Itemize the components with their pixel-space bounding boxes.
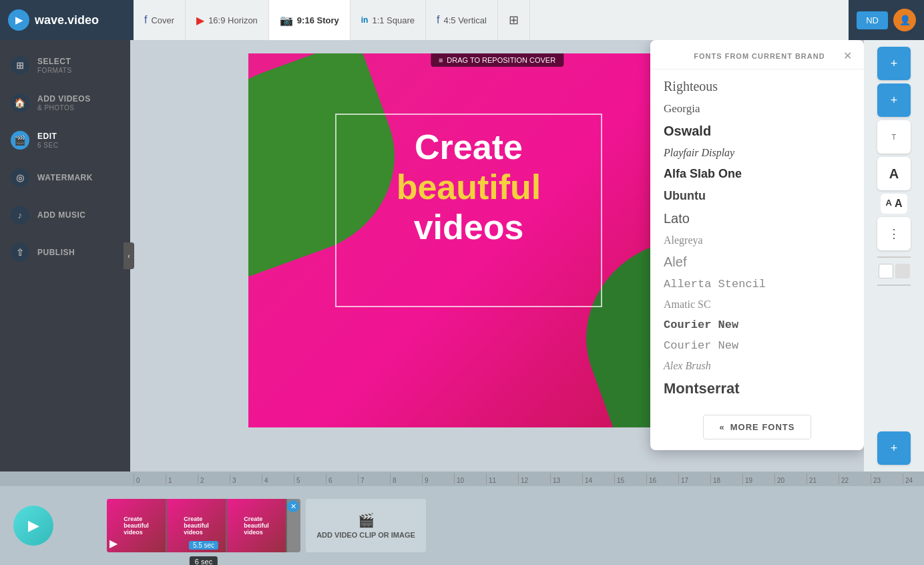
ruler-15: 15: [614, 474, 646, 484]
ruler-20: 20: [774, 474, 806, 484]
font-item-allerta[interactable]: Allerta Stencil: [650, 274, 864, 295]
edit-icon: 🎬: [11, 131, 29, 150]
sidebar-music-label: ADD MUSIC: [37, 210, 86, 220]
add-clip-icon: 🎬: [358, 512, 375, 528]
clip-timer-label: 6 sec: [190, 556, 218, 565]
font-item-playfair[interactable]: Playfair Display: [650, 143, 864, 163]
sidebar-formats-sub: FORMATS: [37, 67, 72, 74]
color-swatch-white[interactable]: [879, 264, 893, 278]
sidebar-item-edit[interactable]: 🎬 EDIT 6 sec: [0, 122, 130, 159]
ruler-17: 17: [678, 474, 710, 484]
ruler-6: 6: [326, 474, 358, 484]
topbar: ▶ wave.video f Cover ▶ 16:9 Horizon 📷 9:…: [0, 0, 924, 40]
font-item-alegreya[interactable]: Alegreya: [650, 230, 864, 250]
formats-icon: ⊞: [11, 56, 29, 75]
sidebar-edit-sub: 6 sec: [37, 142, 58, 149]
font-item-oswald[interactable]: Oswald: [650, 120, 864, 143]
tab-45[interactable]: f 4:5 Vertical: [426, 0, 498, 40]
brand-button[interactable]: ND: [857, 11, 888, 29]
ruler-22: 22: [839, 474, 871, 484]
tab-more[interactable]: ⊞: [498, 0, 530, 40]
drag-bar-menu-icon: ≡: [439, 56, 443, 64]
ruler-16: 16: [646, 474, 678, 484]
timeline-content: ▶ Createbeautifulvideos Createbeautifulv…: [0, 486, 924, 565]
ruler-1: 1: [166, 474, 198, 484]
main-area: ⊞ SELECT FORMATS 🏠 ADD VIDEOS & PHOTOS 🎬…: [0, 40, 924, 472]
sidebar-item-videos[interactable]: 🏠 ADD VIDEOS & PHOTOS: [0, 84, 130, 122]
clip-strip: Createbeautifulvideos Createbeautifulvid…: [107, 499, 300, 552]
facebook2-icon: f: [437, 14, 439, 26]
tab-45-label: 4:5 Vertical: [443, 15, 486, 25]
canvas-text: Create beautiful videos: [342, 127, 596, 247]
avatar[interactable]: 👤: [893, 9, 916, 31]
right-bar-buttons: ND 👤: [849, 0, 924, 40]
drag-to-reposition-bar[interactable]: ≡ DRAG TO REPOSITION COVER: [431, 53, 563, 67]
font-size-a-large: A: [895, 198, 903, 210]
font-item-courier-bold[interactable]: Courier New: [650, 315, 864, 335]
music-icon: ♪: [11, 206, 29, 224]
tab-916[interactable]: 📷 9:16 Story: [269, 0, 351, 40]
linkedin-icon: in: [361, 15, 369, 25]
color-swatch-light[interactable]: [895, 264, 910, 278]
right-panel: + + T A A A ⋮ +: [864, 40, 924, 472]
text-properties-button[interactable]: T: [877, 120, 911, 154]
sidebar-edit-label: EDIT: [37, 132, 58, 141]
logo-text: wave.video: [35, 13, 99, 27]
font-item-alfa[interactable]: Alfa Slab One: [650, 163, 864, 185]
sidebar-videos-sub: & PHOTOS: [37, 104, 91, 112]
font-selector-button[interactable]: A: [877, 157, 911, 190]
font-item-righteous[interactable]: Righteous: [650, 75, 864, 98]
canvas-area: ≡ DRAG TO REPOSITION COVER ⊕ A 🗑 Create …: [130, 40, 864, 472]
font-dropdown-header: FONTS FROM CURRENT BRAND ✕: [650, 40, 864, 69]
font-item-amatic[interactable]: Amatic SC: [650, 295, 864, 315]
sidebar-item-watermark[interactable]: ◎ WATERMARK: [0, 159, 130, 196]
ruler-4: 4: [262, 474, 294, 484]
font-dropdown-close-button[interactable]: ✕: [843, 49, 852, 62]
ruler-14: 14: [582, 474, 614, 484]
logo-icon[interactable]: ▶: [8, 9, 29, 31]
tab-11[interactable]: in 1:1 Square: [351, 0, 426, 40]
sidebar-item-formats[interactable]: ⊞ SELECT FORMATS: [0, 47, 130, 84]
font-size-buttons[interactable]: A A: [881, 194, 908, 214]
more-fonts-button[interactable]: « MORE FONTS: [703, 415, 812, 439]
sidebar-item-music[interactable]: ♪ ADD MUSIC: [0, 196, 130, 234]
sidebar-item-publish[interactable]: ⇧ PUBLISH: [0, 234, 130, 271]
more-options-button[interactable]: ⋮: [877, 217, 911, 250]
ruler-5: 5: [294, 474, 326, 484]
more-fonts-icon: «: [720, 422, 725, 432]
canvas-text-line3: videos: [342, 207, 596, 247]
canvas-text-line1: Create: [342, 127, 596, 167]
ruler-23: 23: [871, 474, 903, 484]
ruler-11: 11: [486, 474, 518, 484]
add-bottom-button[interactable]: +: [877, 431, 911, 465]
font-item-courier[interactable]: Courier New: [650, 335, 864, 356]
instagram-icon: 📷: [280, 14, 293, 27]
timeline: 0 1 2 3 4 5 6 7 8 9 10 11 12 13 14 15 16…: [0, 472, 924, 565]
add-text-block-button[interactable]: +: [877, 83, 911, 117]
sidebar-collapse-arrow[interactable]: ‹: [124, 242, 134, 269]
add-element-button[interactable]: +: [877, 47, 911, 80]
clip-duration-label: 5.5 sec: [189, 541, 218, 550]
tab-11-label: 1:1 Square: [372, 15, 415, 25]
add-clip-button[interactable]: 🎬 ADD VIDEO CLIP OR IMAGE: [306, 499, 426, 552]
font-dropdown: FONTS FROM CURRENT BRAND ✕ Righteous Geo…: [650, 40, 864, 450]
sidebar-videos-label: ADD VIDEOS: [37, 94, 91, 104]
font-item-alef[interactable]: Alef: [650, 250, 864, 274]
tab-cover[interactable]: f Cover: [134, 0, 186, 40]
font-item-georgia[interactable]: Georgia: [650, 98, 864, 120]
font-item-montserrat[interactable]: Montserrat: [650, 376, 864, 401]
font-item-lato[interactable]: Lato: [650, 207, 864, 230]
play-button[interactable]: ▶: [13, 506, 53, 546]
clip-play-button[interactable]: ▶: [109, 537, 118, 550]
sidebar-formats-label: SELECT: [37, 57, 72, 66]
clip-close-button[interactable]: ✕: [287, 500, 299, 512]
sidebar-watermark-label: WATERMARK: [37, 173, 93, 182]
drag-bar-label: DRAG TO REPOSITION COVER: [447, 56, 555, 64]
font-size-a-small: A: [886, 198, 892, 210]
font-item-ubuntu[interactable]: Ubuntu: [650, 185, 864, 207]
tab-916-label: 9:16 Story: [297, 15, 339, 25]
more-fonts-label: MORE FONTS: [730, 422, 795, 432]
tab-169[interactable]: ▶ 16:9 Horizon: [186, 0, 269, 40]
ruler-18: 18: [710, 474, 742, 484]
font-item-alexbrush[interactable]: Alex Brush: [650, 356, 864, 376]
